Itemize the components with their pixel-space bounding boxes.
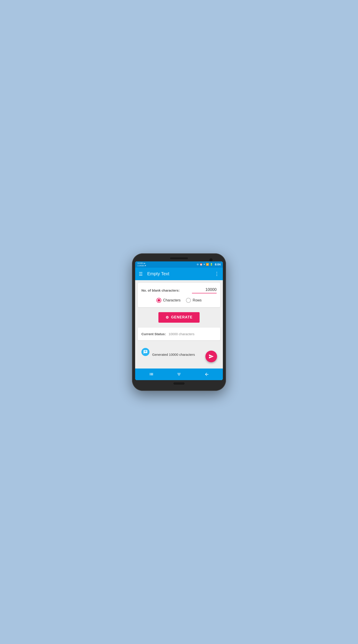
app-title: Empty Text <box>147 271 214 276</box>
bottom-navigation <box>135 368 223 380</box>
nav-back-icon[interactable] <box>200 370 214 379</box>
alarm-icon: ⏰ <box>200 263 203 266</box>
nav-recent-apps-icon[interactable] <box>144 370 158 379</box>
rows-radio-option[interactable]: Rows <box>186 298 202 303</box>
network-stats: 502B/s▲ 3.4KB/s▼ <box>137 262 146 267</box>
generate-button-wrapper: ⚙ GENERATE <box>138 310 220 324</box>
characters-radio-label: Characters <box>163 298 181 302</box>
wifi-icon: ▾ <box>204 263 205 266</box>
status-icons: ⊖ ⏰ ▾ 📶 🔋 8:04 <box>197 263 221 266</box>
rows-radio-button[interactable] <box>186 298 191 303</box>
speaker <box>170 258 188 259</box>
generate-button[interactable]: ⚙ GENERATE <box>158 312 200 323</box>
main-content: No. of blank characters: Characters Rows <box>135 280 223 368</box>
characters-input[interactable] <box>192 287 217 294</box>
characters-label: No. of blank characters: <box>141 288 180 292</box>
generate-button-label: GENERATE <box>171 315 193 319</box>
camera <box>209 258 213 262</box>
signal-icon: 📶 <box>206 263 209 266</box>
radio-group: Characters Rows <box>141 298 217 303</box>
do-not-disturb-icon: ⊖ <box>197 263 199 266</box>
status-card: Current Status: 10000 characters <box>138 328 220 340</box>
number-input-wrapper <box>192 287 217 294</box>
log-area: Generated 10000 characters <box>138 344 220 366</box>
hamburger-menu-icon[interactable]: ☰ <box>139 272 143 276</box>
app-bar: ☰ Empty Text ⋮ <box>135 268 223 280</box>
clock: 8:04 <box>215 263 221 266</box>
send-fab-button[interactable] <box>205 350 217 362</box>
status-value: 10000 characters <box>168 332 194 336</box>
chat-bubble-icon <box>141 348 149 356</box>
status-bar: 502B/s▲ 3.4KB/s▼ ⊖ ⏰ ▾ 📶 🔋 8:04 <box>135 262 223 268</box>
phone-device: 502B/s▲ 3.4KB/s▼ ⊖ ⏰ ▾ 📶 🔋 8:04 ☰ Empty … <box>132 253 226 391</box>
home-button[interactable] <box>173 382 185 384</box>
gear-icon: ⚙ <box>166 315 169 320</box>
status-label: Current Status: <box>141 332 166 336</box>
nav-home-icon[interactable] <box>172 370 186 379</box>
overflow-menu-icon[interactable]: ⋮ <box>214 271 219 277</box>
battery-icon: 🔋 <box>210 263 213 266</box>
characters-radio-option[interactable]: Characters <box>156 298 181 303</box>
input-card: No. of blank characters: Characters Rows <box>138 283 220 307</box>
characters-radio-button[interactable] <box>156 298 161 303</box>
characters-input-row: No. of blank characters: <box>141 287 217 294</box>
phone-screen: 502B/s▲ 3.4KB/s▼ ⊖ ⏰ ▾ 📶 🔋 8:04 ☰ Empty … <box>135 262 223 380</box>
rows-radio-label: Rows <box>193 298 202 302</box>
